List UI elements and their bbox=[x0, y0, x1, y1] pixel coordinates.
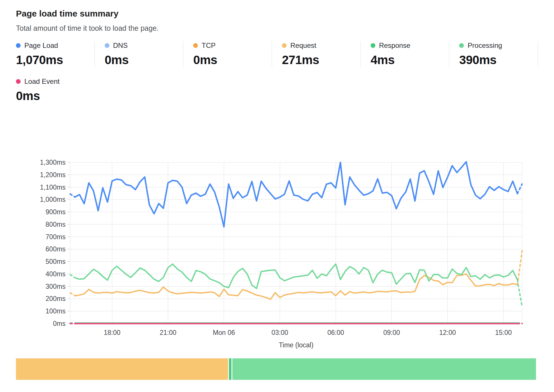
stat-label: Request bbox=[290, 41, 316, 50]
x-tick-label: 06:00 bbox=[327, 329, 344, 336]
timeline-segment-1[interactable] bbox=[16, 358, 228, 380]
y-tick-label: 1,000ms bbox=[40, 196, 66, 203]
x-axis-title: Time (local) bbox=[279, 341, 313, 349]
series-line-processing-lead bbox=[70, 275, 75, 278]
x-tick-label: Mon 06 bbox=[213, 329, 235, 336]
stat-label: Response bbox=[379, 41, 410, 50]
x-tick-label: 09:00 bbox=[383, 329, 400, 336]
y-tick-label: 800ms bbox=[46, 221, 66, 228]
y-tick-label: 600ms bbox=[46, 245, 66, 253]
load-event-legend-dot-icon bbox=[16, 79, 21, 84]
status-timeline-bar bbox=[16, 358, 538, 380]
processing-legend-dot-icon bbox=[459, 43, 464, 48]
stat-processing[interactable]: Processing390ms bbox=[449, 41, 538, 67]
stat-label: DNS bbox=[113, 41, 128, 50]
response-legend-dot-icon bbox=[371, 43, 375, 48]
y-tick-label: 200ms bbox=[46, 295, 66, 302]
stat-request[interactable]: Request271ms bbox=[272, 41, 361, 67]
page-subtitle: Total amount of time it took to load the… bbox=[16, 24, 538, 32]
stats-legend-row-2: Load Event0ms bbox=[16, 77, 538, 103]
page-title: Page load time summary bbox=[16, 9, 538, 19]
x-tick-label: 12:00 bbox=[439, 329, 456, 336]
x-tick-label: 03:00 bbox=[271, 329, 288, 336]
tcp-legend-dot-icon bbox=[193, 43, 198, 48]
series-line-processing-tail bbox=[517, 280, 522, 307]
stat-load-event[interactable]: Load Event0ms bbox=[16, 77, 538, 103]
y-tick-label: 1,100ms bbox=[40, 184, 66, 191]
stat-tcp[interactable]: TCP0ms bbox=[183, 41, 272, 67]
y-tick-label: 1,300ms bbox=[40, 159, 66, 166]
stat-value: 0ms bbox=[16, 89, 538, 103]
y-tick-label: 0ms bbox=[53, 320, 66, 327]
stat-label: TCP bbox=[202, 41, 216, 50]
request-legend-dot-icon bbox=[282, 43, 287, 48]
series-line-request-lead bbox=[70, 293, 75, 296]
series-line-page-load-lead bbox=[70, 194, 75, 197]
y-tick-label: 300ms bbox=[46, 283, 66, 290]
stat-page-load[interactable]: Page Load1,070ms bbox=[16, 41, 95, 67]
stat-label: Processing bbox=[468, 41, 502, 50]
y-tick-label: 700ms bbox=[46, 233, 66, 241]
series-line-request-tail bbox=[517, 251, 522, 285]
load-time-chart[interactable]: 0ms100ms200ms300ms400ms500ms600ms700ms80… bbox=[0, 125, 554, 351]
stat-value: 4ms bbox=[371, 53, 449, 67]
series-line-request bbox=[75, 274, 517, 299]
stat-value: 0ms bbox=[105, 53, 183, 67]
stat-label: Page Load bbox=[24, 41, 58, 50]
y-tick-label: 100ms bbox=[46, 307, 66, 315]
y-tick-label: 1,200ms bbox=[40, 171, 66, 179]
x-tick-label: 21:00 bbox=[160, 329, 177, 336]
timeline-segment-3[interactable] bbox=[232, 358, 536, 380]
series-line-processing bbox=[75, 264, 517, 288]
x-tick-label: 15:00 bbox=[495, 329, 512, 336]
stat-value: 271ms bbox=[282, 53, 361, 67]
stat-value: 0ms bbox=[193, 53, 272, 67]
y-tick-label: 500ms bbox=[46, 258, 66, 265]
page-load-summary-panel: Page load time summary Total amount of t… bbox=[0, 0, 554, 380]
stat-value: 390ms bbox=[459, 53, 538, 67]
dns-legend-dot-icon bbox=[105, 43, 109, 48]
stat-value: 1,070ms bbox=[16, 53, 95, 67]
page-load-legend-dot-icon bbox=[16, 43, 21, 48]
series-line-page-load-tail bbox=[517, 184, 522, 194]
y-tick-label: 400ms bbox=[46, 270, 66, 278]
y-tick-label: 900ms bbox=[46, 208, 66, 216]
timeline-segment-2[interactable] bbox=[229, 358, 231, 380]
stat-dns[interactable]: DNS0ms bbox=[95, 41, 184, 67]
x-tick-label: 18:00 bbox=[104, 329, 121, 336]
stat-label: Load Event bbox=[24, 77, 59, 86]
series-line-page-load bbox=[75, 162, 517, 227]
stats-legend-row: Page Load1,070msDNS0msTCP0msRequest271ms… bbox=[16, 41, 538, 67]
stat-response[interactable]: Response4ms bbox=[361, 41, 450, 67]
